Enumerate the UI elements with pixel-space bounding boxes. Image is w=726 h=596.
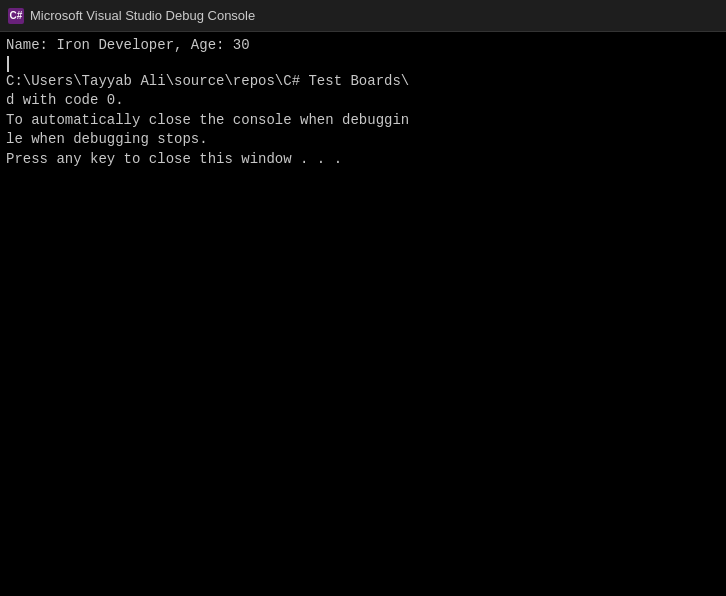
- cursor: [7, 56, 9, 72]
- title-bar: C# Microsoft Visual Studio Debug Console: [0, 0, 726, 32]
- console-line-6: le when debugging stops.: [6, 130, 720, 150]
- console-area[interactable]: Name: Iron Developer, Age: 30 C:\Users\T…: [0, 32, 726, 596]
- console-line-7: Press any key to close this window . . .: [6, 150, 720, 170]
- app-icon: C#: [8, 8, 24, 24]
- console-line-3: C:\Users\Tayyab Ali\source\repos\C# Test…: [6, 72, 720, 92]
- console-line-4: d with code 0.: [6, 91, 720, 111]
- window-title: Microsoft Visual Studio Debug Console: [30, 8, 255, 23]
- vs-logo: C#: [8, 8, 24, 24]
- console-line-1: Name: Iron Developer, Age: 30: [6, 36, 720, 56]
- console-line-2: [6, 56, 720, 72]
- console-line-5: To automatically close the console when …: [6, 111, 720, 131]
- window: C# Microsoft Visual Studio Debug Console…: [0, 0, 726, 596]
